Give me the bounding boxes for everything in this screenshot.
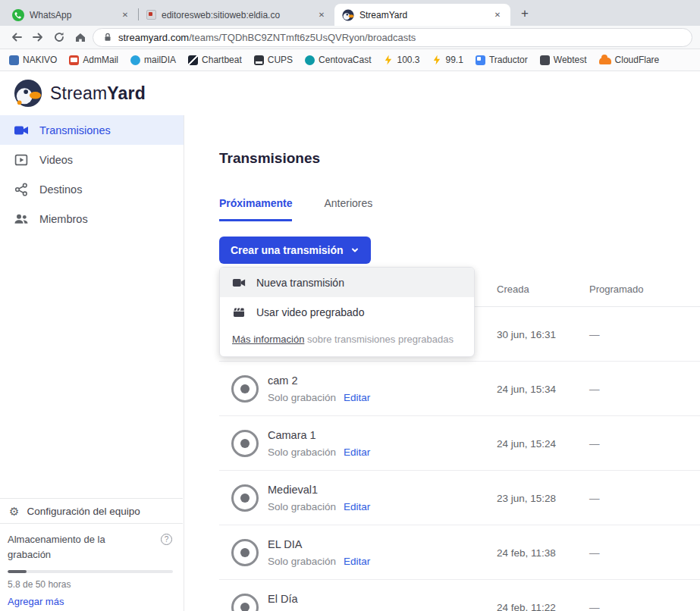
- tab-editoresweb[interactable]: editoresweb:sitioweb:eldia.co: [139, 4, 334, 26]
- sidebar-item-destinos[interactable]: Destinos: [0, 174, 184, 204]
- broadcast-title: Medieval1: [268, 484, 370, 496]
- tab-close-icon[interactable]: [316, 10, 327, 20]
- video-camera-icon: [14, 123, 29, 138]
- menu-item-label: Usar video pregrabado: [256, 306, 364, 318]
- table-row[interactable]: Camara 1 Solo grabaciónEditar 24 jun, 15…: [219, 416, 700, 471]
- help-icon[interactable]: [161, 534, 172, 545]
- tab-close-icon[interactable]: [492, 10, 503, 20]
- add-more-link[interactable]: Agregar más: [8, 596, 64, 607]
- edit-link[interactable]: Editar: [344, 501, 370, 512]
- share-icon: [14, 182, 29, 197]
- storage-progress-bar: [8, 570, 173, 573]
- lightning-icon: [432, 55, 442, 65]
- sidebar-item-miembros[interactable]: Miembros: [0, 204, 184, 233]
- scheduled-cell: —: [589, 492, 600, 503]
- broadcast-title: Camara 1: [268, 429, 370, 441]
- broadcast-subtitle: Solo grabación: [268, 556, 336, 567]
- bookmark-cups[interactable]: CUPS: [254, 55, 293, 65]
- centovacast-favicon: [305, 55, 315, 65]
- create-broadcast-dropdown: Nueva transmisión Usar video pregrabado …: [219, 267, 475, 357]
- menu-item-label: Nueva transmisión: [256, 277, 344, 289]
- chartbeat-favicon: [188, 55, 198, 65]
- lightning-icon: [383, 55, 393, 65]
- created-cell: 24 jun, 15:34: [497, 383, 556, 394]
- menu-item-new-broadcast[interactable]: Nueva transmisión: [220, 268, 474, 297]
- table-row[interactable]: cam 2 Solo grabaciónEditar 24 jun, 15:34…: [219, 362, 700, 416]
- cups-favicon: [254, 55, 264, 65]
- bookmark-label: CUPS: [268, 55, 293, 65]
- bookmark-label: 100.3: [397, 55, 419, 65]
- bookmark-centovacast[interactable]: CentovaCast: [305, 55, 371, 65]
- new-tab-button[interactable]: +: [515, 4, 535, 24]
- broadcast-subtitle: Solo grabación: [268, 446, 336, 458]
- storage-progress-fill: [8, 570, 27, 573]
- table-row[interactable]: EL DIA Solo grabaciónEditar 24 feb, 11:3…: [219, 525, 700, 580]
- broadcast-title: El Día: [268, 593, 370, 605]
- tab-title: StreamYard: [359, 10, 487, 20]
- sidebar-item-videos[interactable]: Videos: [0, 145, 184, 174]
- created-cell: 24 feb, 11:38: [497, 547, 556, 558]
- tab-whatsapp[interactable]: WhatsApp: [5, 4, 138, 26]
- site-favicon: [146, 10, 156, 20]
- bookmark-cloudflare[interactable]: CloudFlare: [599, 55, 660, 65]
- url-path: /teams/TQDhBC9ZNTmft6z5UsQVRyon/broadcas…: [189, 32, 416, 43]
- bookmark-chartbeat[interactable]: Chartbeat: [188, 55, 242, 65]
- streamyard-logo-icon[interactable]: [14, 79, 42, 108]
- forward-icon[interactable]: [29, 28, 47, 46]
- bookmark-webtest[interactable]: Webtest: [540, 55, 587, 65]
- sidebar-item-label: Miembros: [39, 213, 88, 225]
- bookmark-label: CloudFlare: [615, 55, 660, 65]
- team-settings-label: Configuración del equipo: [27, 506, 140, 517]
- scheduled-cell: —: [589, 383, 600, 394]
- back-icon[interactable]: [8, 28, 26, 46]
- app-header: StreamYard: [0, 71, 700, 115]
- table-row[interactable]: Medieval1 Solo grabaciónEditar 23 jun, 1…: [219, 471, 700, 525]
- bookmark-admmail[interactable]: AdmMail: [69, 55, 118, 65]
- edit-link[interactable]: Editar: [344, 392, 370, 403]
- sidebar-item-transmisiones[interactable]: Transmisiones: [0, 115, 184, 145]
- reload-icon[interactable]: [50, 28, 68, 46]
- browser-toolbar: streamyard.com/teams/TQDhBC9ZNTmft6z5UsQ…: [0, 26, 700, 49]
- bookmark-traductor[interactable]: Traductor: [476, 55, 528, 65]
- record-icon: [231, 375, 259, 403]
- bookmark-label: 99.1: [446, 55, 463, 65]
- home-icon[interactable]: [71, 28, 89, 46]
- tab-close-icon[interactable]: [120, 10, 130, 20]
- record-icon: [231, 539, 259, 566]
- bookmark-label: NAKIVO: [23, 55, 57, 65]
- more-info-link[interactable]: Más información: [232, 334, 304, 345]
- broadcast-subtitle: Solo grabación: [268, 392, 336, 403]
- menu-item-prerecorded-video[interactable]: Usar video pregrabado: [220, 297, 474, 327]
- bookmark-nakivo[interactable]: NAKIVO: [9, 55, 57, 65]
- broadcast-title: EL DIA: [268, 538, 370, 550]
- videos-icon: [14, 152, 29, 168]
- team-settings-item[interactable]: ⚙ Configuración del equipo: [0, 498, 183, 524]
- bookmark-100-3[interactable]: 100.3: [383, 55, 419, 65]
- storage-section: Almacenamiento de la grabación 5.8 de 50…: [0, 524, 183, 608]
- members-icon: [14, 212, 29, 227]
- gear-icon: ⚙: [9, 506, 19, 517]
- edit-link[interactable]: Editar: [344, 556, 370, 567]
- whatsapp-icon: [12, 9, 24, 21]
- created-cell: 23 jun, 15:28: [497, 492, 556, 503]
- tab-streamyard[interactable]: StreamYard: [334, 4, 510, 26]
- streamyard-favicon: [342, 9, 354, 21]
- address-bar[interactable]: streamyard.com/teams/TQDhBC9ZNTmft6z5UsQ…: [93, 28, 692, 47]
- bookmark-maildia[interactable]: mailDIA: [130, 55, 176, 65]
- bookmark-label: Chartbeat: [202, 55, 242, 65]
- url-text: streamyard.com/teams/TQDhBC9ZNTmft6z5UsQ…: [118, 32, 416, 43]
- brand-wordmark[interactable]: StreamYard: [50, 83, 146, 104]
- sidebar: Transmisiones Videos Destinos Miembros ⚙…: [0, 115, 184, 611]
- table-row[interactable]: El Día Solo grabaciónEditar 24 feb, 11:2…: [219, 580, 700, 611]
- admmail-favicon: [69, 55, 79, 65]
- edit-link[interactable]: Editar: [344, 446, 370, 458]
- screen: WhatsApp editoresweb:sitioweb:eldia.co S…: [0, 0, 700, 611]
- browser-tabstrip: WhatsApp editoresweb:sitioweb:eldia.co S…: [0, 0, 700, 26]
- tab-proximamente[interactable]: Próximamente: [219, 197, 292, 221]
- dropdown-info-text: Más información sobre transmisiones preg…: [220, 327, 474, 356]
- bookmark-99-1[interactable]: 99.1: [432, 55, 463, 65]
- create-broadcast-button[interactable]: Crear una transmisión: [219, 237, 371, 264]
- bookmarks-bar: NAKIVO AdmMail mailDIA Chartbeat CUPS Ce…: [0, 49, 700, 71]
- tab-anteriores[interactable]: Anteriores: [324, 197, 372, 221]
- tab-title: WhatsApp: [30, 10, 115, 20]
